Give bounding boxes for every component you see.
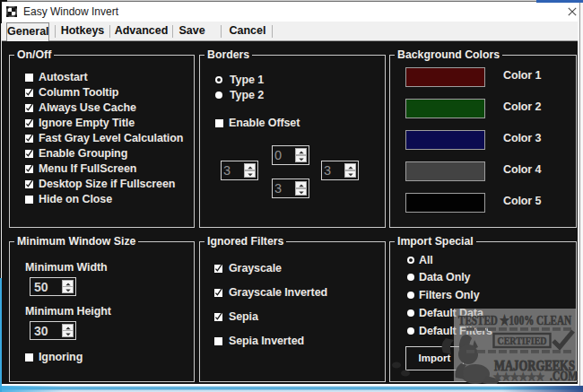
svg-text:CERTIFIED: CERTIFIED: [498, 335, 547, 346]
svg-text:★★★★★★: ★★★★★★: [493, 371, 545, 382]
svg-text:TESTED ★100% CLEAN: TESTED ★100% CLEAN: [458, 313, 571, 327]
svg-text:.COM: .COM: [550, 370, 578, 383]
